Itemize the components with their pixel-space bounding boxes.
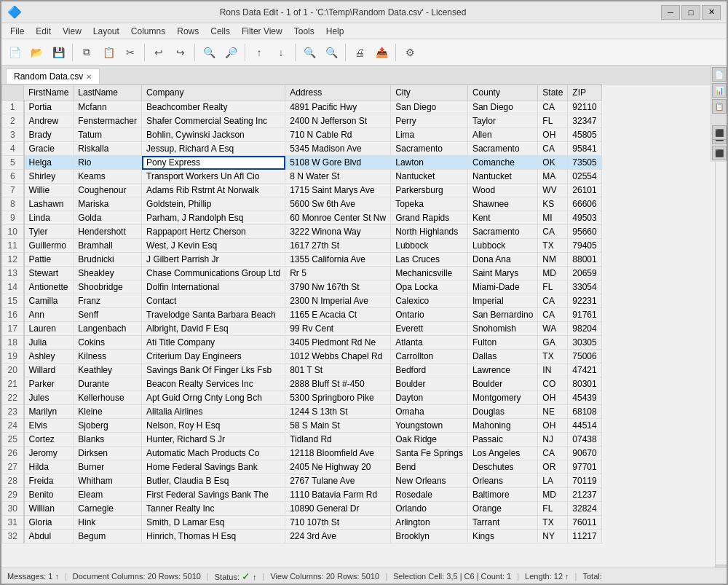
cell-city[interactable]: North Highlands: [391, 225, 468, 239]
cell-zip[interactable]: 90670: [568, 447, 601, 460]
panel-btn-3[interactable]: 📋: [712, 99, 727, 114]
cell-rownum[interactable]: 7: [2, 184, 24, 197]
cell-rownum[interactable]: 26: [2, 447, 24, 460]
cell-county[interactable]: Imperial: [467, 294, 537, 308]
cell-rownum[interactable]: 10: [2, 225, 24, 239]
cell-company[interactable]: Beacon Realty Services Inc: [142, 377, 285, 391]
cell-zip[interactable]: 75006: [568, 350, 601, 364]
cell-company[interactable]: Hunter, Richard S Jr: [142, 433, 285, 447]
cell-rownum[interactable]: 32: [2, 530, 24, 543]
cell-address[interactable]: 3222 Winona Way: [285, 225, 391, 239]
cell-city[interactable]: Carrollton: [391, 350, 468, 364]
cell-lastname[interactable]: Hendershott: [74, 225, 142, 239]
cell-address[interactable]: 5600 Sw 6th Ave: [285, 197, 391, 211]
cell-firstname[interactable]: Andrew: [24, 114, 74, 128]
cell-city[interactable]: San Diego: [391, 101, 468, 114]
cell-lastname[interactable]: Sheakley: [74, 267, 142, 280]
cell-firstname[interactable]: Camilla: [24, 294, 74, 308]
cell-firstname[interactable]: Benito: [24, 488, 74, 502]
cell-address[interactable]: 1715 Saint Marys Ave: [285, 184, 391, 197]
cell-city[interactable]: Las Cruces: [391, 253, 468, 267]
menu-layout[interactable]: Layout: [87, 25, 125, 38]
cell-lastname[interactable]: Begum: [74, 530, 142, 543]
menu-view[interactable]: View: [57, 25, 87, 38]
cell-rownum[interactable]: 20: [2, 364, 24, 377]
cell-company[interactable]: Travelodge Santa Barbara Beach: [142, 308, 285, 322]
cell-county[interactable]: Shawnee: [467, 197, 537, 211]
cell-city[interactable]: Omaha: [391, 405, 468, 419]
cell-lastname[interactable]: Brudnicki: [74, 253, 142, 267]
open-button[interactable]: 📂: [26, 42, 47, 63]
cell-state[interactable]: OR: [538, 460, 568, 474]
cell-lastname[interactable]: Durante: [74, 377, 142, 391]
sort-desc-button[interactable]: ↓: [271, 42, 291, 63]
cell-rownum[interactable]: 3: [2, 128, 24, 142]
cell-state[interactable]: TX: [538, 516, 568, 530]
cell-rownum[interactable]: 15: [2, 294, 24, 308]
panel-btn-1[interactable]: 📄: [712, 67, 727, 82]
cell-lastname[interactable]: Golda: [74, 211, 142, 225]
export-button[interactable]: 📤: [371, 42, 392, 63]
cell-state[interactable]: OH: [538, 128, 568, 142]
cell-rownum[interactable]: 16: [2, 308, 24, 322]
cell-rownum[interactable]: 24: [2, 419, 24, 433]
cell-state[interactable]: MI: [538, 211, 568, 225]
cell-zip[interactable]: 98204: [568, 322, 601, 336]
redo-button[interactable]: ↪: [170, 42, 191, 63]
cell-firstname[interactable]: Pattie: [24, 253, 74, 267]
cell-city[interactable]: Grand Rapids: [391, 211, 468, 225]
cell-zip[interactable]: 73505: [568, 156, 601, 170]
cell-lastname[interactable]: Franz: [74, 294, 142, 308]
cell-company[interactable]: Rappaport Hertz Cherson: [142, 225, 285, 239]
new-button[interactable]: 📄: [4, 42, 25, 63]
cell-lastname[interactable]: Tatum: [74, 128, 142, 142]
cell-lastname[interactable]: Kleine: [74, 405, 142, 419]
cell-rownum[interactable]: 31: [2, 516, 24, 530]
zoom-in-button[interactable]: 🔍: [299, 42, 320, 63]
cell-state[interactable]: IN: [538, 364, 568, 377]
cell-address[interactable]: 1110 Batavia Farm Rd: [285, 488, 391, 502]
cell-city[interactable]: Sacramento: [391, 142, 468, 156]
cell-state[interactable]: CA: [538, 308, 568, 322]
cell-city[interactable]: Santa Fe Springs: [391, 447, 468, 460]
cell-address[interactable]: 1244 S 13th St: [285, 405, 391, 419]
undo-button[interactable]: ↩: [149, 42, 169, 63]
cell-lastname[interactable]: Coughenour: [74, 184, 142, 197]
cell-rownum[interactable]: 30: [2, 502, 24, 516]
cell-rownum[interactable]: 11: [2, 239, 24, 253]
cell-company[interactable]: Savings Bank Of Finger Lks Fsb: [142, 364, 285, 377]
close-button[interactable]: ✕: [702, 5, 721, 20]
cell-county[interactable]: Taylor: [467, 114, 537, 128]
cell-state[interactable]: FL: [538, 114, 568, 128]
cell-state[interactable]: TX: [538, 239, 568, 253]
cell-state[interactable]: GA: [538, 336, 568, 350]
cell-city[interactable]: Dayton: [391, 391, 468, 405]
cell-address[interactable]: 1165 E Acacia Ct: [285, 308, 391, 322]
cell-firstname[interactable]: Cortez: [24, 433, 74, 447]
cell-county[interactable]: San Bernardino: [467, 308, 537, 322]
cell-city[interactable]: Brooklyn: [391, 530, 468, 543]
cell-zip[interactable]: 88001: [568, 253, 601, 267]
cell-address[interactable]: 4891 Pacific Hwy: [285, 101, 391, 114]
settings-button[interactable]: ⚙: [400, 42, 420, 63]
cell-state[interactable]: FL: [538, 280, 568, 294]
cell-city[interactable]: Lima: [391, 128, 468, 142]
cell-company[interactable]: Goldstein, Phillip: [142, 197, 285, 211]
cell-rownum[interactable]: 4: [2, 142, 24, 156]
cell-company[interactable]: J Gilbert Parrish Jr: [142, 253, 285, 267]
cell-city[interactable]: Mechanicsville: [391, 267, 468, 280]
cell-rownum[interactable]: 6: [2, 170, 24, 184]
cell-county[interactable]: Dona Ana: [467, 253, 537, 267]
cell-firstname[interactable]: Willard: [24, 364, 74, 377]
cell-lastname[interactable]: Keathley: [74, 364, 142, 377]
cell-lastname[interactable]: Carnegie: [74, 502, 142, 516]
cell-company[interactable]: Shafer Commercial Seating Inc: [142, 114, 285, 128]
cell-city[interactable]: Parkersburg: [391, 184, 468, 197]
save-button[interactable]: 💾: [48, 42, 68, 63]
cell-zip[interactable]: 26101: [568, 184, 601, 197]
menu-edit[interactable]: Edit: [30, 25, 57, 38]
cell-address[interactable]: 60 Monroe Center St Nw: [285, 211, 391, 225]
cell-county[interactable]: Sacramento: [467, 142, 537, 156]
cell-firstname[interactable]: Gloria: [24, 516, 74, 530]
cell-zip[interactable]: 07438: [568, 433, 601, 447]
